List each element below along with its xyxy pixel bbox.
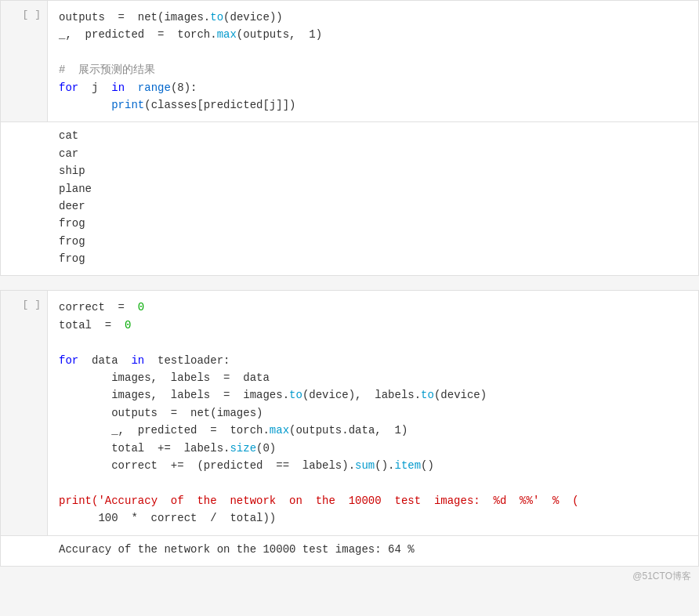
cell-code-1[interactable]: outputs = net(images.to(device)) _, pred…	[48, 1, 698, 121]
output-cell-2: Accuracy of the network on the 10000 tes…	[0, 536, 699, 567]
notebook: [ ] outputs = net(images.to(device)) _, …	[0, 0, 699, 616]
cell-execution-count-1: [ ]	[23, 9, 41, 20]
output-text-2: Accuracy of the network on the 10000 tes…	[59, 541, 687, 558]
spacer-1	[0, 276, 699, 290]
watermark: @51CTO博客	[0, 567, 699, 586]
cell-gutter-2: [ ]	[1, 291, 48, 534]
code-cell-1[interactable]: [ ] outputs = net(images.to(device)) _, …	[0, 0, 699, 122]
watermark-text: @51CTO博客	[632, 571, 691, 582]
output-content-2: Accuracy of the network on the 10000 tes…	[1, 536, 698, 566]
code-block-2: correct = 0 total = 0 for data in testlo…	[59, 299, 687, 527]
code-block-1: outputs = net(images.to(device)) _, pred…	[59, 9, 687, 114]
cell-execution-count-2: [ ]	[23, 299, 41, 310]
output-content-1: cat car ship plane deer frog frog frog	[1, 122, 698, 275]
output-cell-1: cat car ship plane deer frog frog frog	[0, 122, 699, 276]
cell-code-2[interactable]: correct = 0 total = 0 for data in testlo…	[48, 291, 698, 534]
output-text-1: cat car ship plane deer frog frog frog	[59, 127, 687, 267]
code-cell-2[interactable]: [ ] correct = 0 total = 0 for data in te…	[0, 290, 699, 535]
cell-gutter-1: [ ]	[1, 1, 48, 121]
